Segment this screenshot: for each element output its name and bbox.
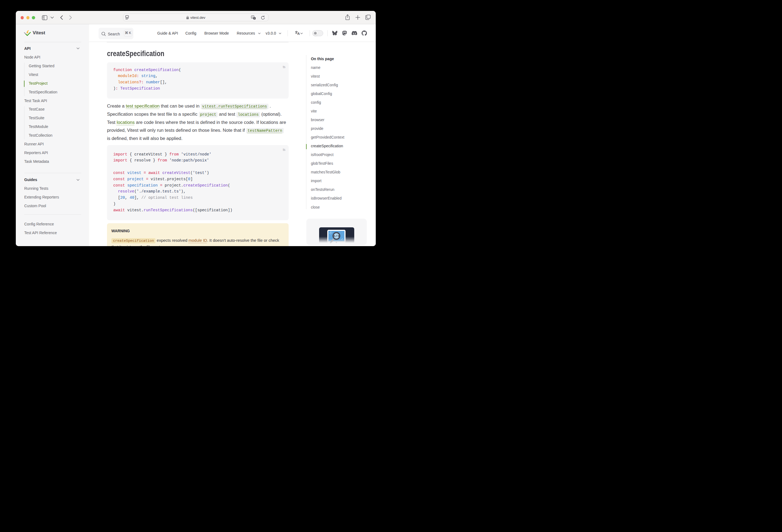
svg-text:A: A: [297, 32, 300, 35]
svg-text:</>: </>: [333, 235, 340, 238]
